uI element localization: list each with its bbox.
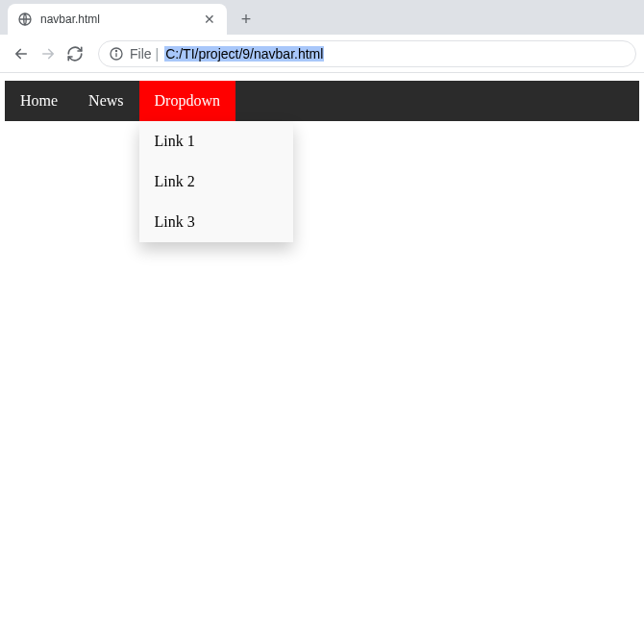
close-icon[interactable]: ✕	[202, 12, 217, 27]
nav-item-news[interactable]: News	[73, 81, 138, 121]
forward-button[interactable]	[35, 40, 62, 67]
url-separator: |	[156, 46, 160, 62]
nav-item-home[interactable]: Home	[5, 81, 73, 121]
globe-icon	[17, 12, 33, 27]
dropdown-link-label: Link 3	[155, 213, 195, 230]
address-bar[interactable]: File | C:/TI/project/9/navbar.html	[98, 40, 636, 67]
nav-item-label: Home	[20, 92, 58, 110]
nav-item-label: News	[88, 92, 123, 110]
browser-toolbar: File | C:/TI/project/9/navbar.html	[0, 35, 644, 73]
browser-tab[interactable]: navbar.html ✕	[8, 4, 227, 35]
dropdown-link[interactable]: Link 3	[139, 202, 293, 242]
navbar: Home News Dropdown Link 1 Link 2 Link 3	[5, 81, 639, 121]
reload-button[interactable]	[62, 40, 88, 67]
info-icon	[109, 46, 124, 62]
dropdown-link-label: Link 2	[155, 173, 195, 189]
url-text: C:/TI/project/9/navbar.html	[164, 46, 324, 62]
browser-tab-strip: navbar.html ✕ +	[0, 0, 644, 35]
dropdown-menu: Link 1 Link 2 Link 3	[139, 121, 293, 242]
page-content: Home News Dropdown Link 1 Link 2 Link 3	[0, 81, 644, 121]
back-button[interactable]	[8, 40, 35, 67]
url-scheme-label: File	[130, 46, 152, 62]
nav-item-label: Dropdown	[155, 92, 220, 110]
dropdown-link[interactable]: Link 1	[139, 121, 293, 161]
dropdown-link[interactable]: Link 2	[139, 161, 293, 202]
dropdown-link-label: Link 1	[155, 133, 195, 149]
new-tab-button[interactable]: +	[233, 6, 260, 33]
nav-item-dropdown[interactable]: Dropdown Link 1 Link 2 Link 3	[139, 81, 235, 121]
svg-point-3	[115, 50, 116, 51]
tab-title: navbar.html	[40, 12, 202, 26]
